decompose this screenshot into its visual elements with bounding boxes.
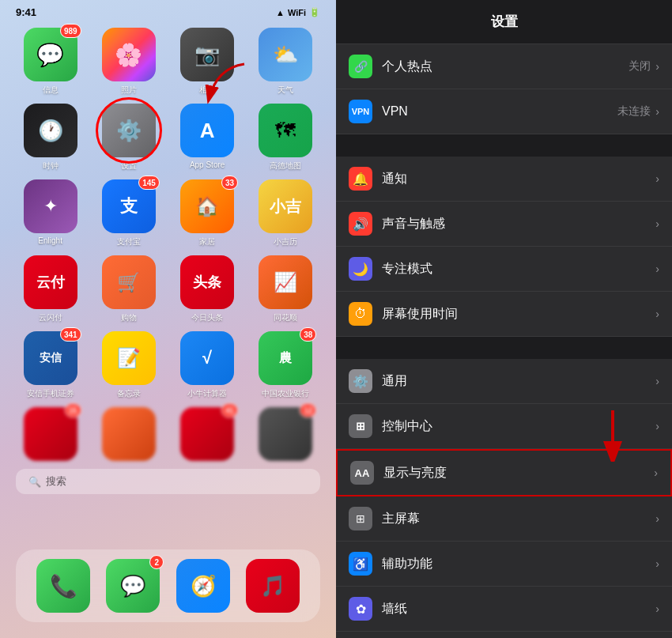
app-label-camera: 相机 xyxy=(199,85,215,96)
app-icon-phone: 📞 xyxy=(36,559,90,613)
app-shop[interactable]: 🛒 购物 xyxy=(94,255,163,323)
focus-label: 专注模式 xyxy=(382,261,655,277)
settings-item-siri[interactable]: 🎙 Siri 与搜索 › xyxy=(336,632,672,638)
wallpaper-chevron: › xyxy=(655,602,659,615)
homescreen-label: 主屏幕 xyxy=(382,511,655,527)
app-settings[interactable]: ⚙️ 设置 xyxy=(94,104,163,172)
status-icons: ▲ WiFi 🔋 xyxy=(276,7,320,17)
controlcenter-chevron: › xyxy=(655,420,659,432)
app-notes[interactable]: 📝 备忘录 xyxy=(94,331,163,399)
settings-item-general[interactable]: ⚙️ 通用 › xyxy=(336,359,672,404)
settings-item-homescreen[interactable]: ⊞ 主屏幕 › xyxy=(336,496,672,542)
app-icon-tonghea: 📈 xyxy=(259,255,312,309)
screentime-icon: ⏱ xyxy=(349,302,372,326)
app-icon-home: 🏠 33 xyxy=(180,179,234,233)
section-gap-1 xyxy=(336,134,672,157)
accessibility-chevron: › xyxy=(655,557,659,570)
app-yunshan[interactable]: 云付 云闪付 xyxy=(16,255,85,323)
settings-item-display[interactable]: AA 显示与亮度 › xyxy=(336,449,672,496)
app-calc[interactable]: √ 小牛计算器 xyxy=(173,331,242,399)
hotspot-icon: 🔗 xyxy=(349,55,372,78)
app-anxin[interactable]: 安信 341 安信手机证券 xyxy=(16,331,85,399)
app-blur4[interactable]: 12 xyxy=(251,407,320,461)
app-icon-safari: 🧭 xyxy=(176,559,230,613)
homescreen-chevron: › xyxy=(655,512,659,525)
app-tonghea[interactable]: 📈 同花顺 xyxy=(251,255,320,323)
app-messages[interactable]: 💬 989 信息 xyxy=(16,28,85,96)
focus-chevron: › xyxy=(655,262,659,275)
badge-wechat: 2 xyxy=(149,555,164,569)
app-blur3[interactable]: 41 xyxy=(173,407,242,461)
dock-music[interactable]: 🎵 xyxy=(241,559,304,613)
app-gaode[interactable]: 🗺 高德地图 xyxy=(251,104,320,172)
sound-icon: 🔊 xyxy=(349,212,372,236)
hotspot-value: 关闭 xyxy=(629,59,651,74)
app-blur2[interactable] xyxy=(94,407,163,461)
app-icon-clock: 🕐 xyxy=(24,104,77,157)
dock-wechat[interactable]: 💬 2 xyxy=(101,559,164,613)
app-appstore[interactable]: A App Store xyxy=(173,104,242,172)
app-label-photos: 照片 xyxy=(121,85,137,96)
general-chevron: › xyxy=(655,375,659,387)
app-enlight[interactable]: ✦ Enlight xyxy=(16,179,85,247)
status-time: 9:41 xyxy=(16,6,36,18)
app-label-anxin: 安信手机证券 xyxy=(27,388,74,399)
app-icon-weather: ⛅ xyxy=(259,28,312,81)
app-label-clock: 时钟 xyxy=(43,160,59,172)
app-label-appstore: App Store xyxy=(190,160,225,169)
badge-messages: 989 xyxy=(60,24,81,38)
app-calendar[interactable]: 小吉 小吉历 xyxy=(251,179,320,247)
app-grid-row2: 🕐 时钟 ⚙️ 设置 A App Store xyxy=(0,97,336,178)
accessibility-label: 辅助功能 xyxy=(382,556,655,572)
app-blur1[interactable]: 15 xyxy=(16,407,85,461)
app-icon-calc: √ xyxy=(180,331,234,385)
app-camera[interactable]: 📷 相机 xyxy=(173,28,242,96)
app-icon-blur2 xyxy=(102,407,156,461)
dock-phone[interactable]: 📞 xyxy=(32,559,95,613)
sound-chevron: › xyxy=(655,217,659,230)
settings-item-controlcenter[interactable]: ⊞ 控制中心 › xyxy=(336,404,672,449)
badge-blur1: 15 xyxy=(65,403,81,417)
app-icon-anxin: 安信 341 xyxy=(24,331,77,385)
vpn-chevron: › xyxy=(655,105,659,118)
app-weather[interactable]: ⛅ 天气 xyxy=(251,28,320,96)
dock-safari[interactable]: 🧭 xyxy=(172,559,235,613)
app-clock[interactable]: 🕐 时钟 xyxy=(16,104,85,172)
app-label-notes: 备忘录 xyxy=(117,388,141,399)
search-bar[interactable]: 🔍 搜索 xyxy=(16,469,320,494)
app-icon-enlight: ✦ xyxy=(24,179,77,233)
app-alipay[interactable]: 支 145 支付宝 xyxy=(94,179,163,247)
settings-item-notify[interactable]: 🔔 通知 › xyxy=(336,157,672,202)
notify-label: 通知 xyxy=(382,171,655,187)
app-icon-photos: 🌸 xyxy=(102,28,156,81)
settings-item-hotspot[interactable]: 🔗 个人热点 关闭 › xyxy=(336,44,672,89)
app-toutiao[interactable]: 头条 今日头条 xyxy=(173,255,242,323)
app-icon-blur1: 15 xyxy=(24,407,77,461)
settings-section-3: ⚙️ 通用 › ⊞ 控制中心 › AA 显示与亮度 › ⊞ 主屏幕 › ♿ 辅助… xyxy=(336,359,672,638)
display-label: 显示与亮度 xyxy=(383,465,654,481)
app-label-yunshan: 云闪付 xyxy=(39,312,62,323)
hotspot-chevron: › xyxy=(655,60,659,73)
settings-item-focus[interactable]: 🌙 专注模式 › xyxy=(336,247,672,292)
status-bar: 9:41 ▲ WiFi 🔋 xyxy=(0,0,336,21)
vpn-icon: VPN xyxy=(349,100,372,123)
app-label-tonghea: 同花顺 xyxy=(274,312,297,323)
app-label-abc: 中国农业银行 xyxy=(262,388,309,399)
settings-item-screentime[interactable]: ⏱ 屏幕使用时间 › xyxy=(336,292,672,337)
settings-item-vpn[interactable]: VPN VPN 未连接 › xyxy=(336,89,672,134)
settings-item-sound[interactable]: 🔊 声音与触感 › xyxy=(336,202,672,247)
notify-icon: 🔔 xyxy=(349,167,372,191)
settings-item-wallpaper[interactable]: ✿ 墙纸 › xyxy=(336,587,672,632)
homescreen-icon: ⊞ xyxy=(349,507,372,530)
settings-item-accessibility[interactable]: ♿ 辅助功能 › xyxy=(336,542,672,587)
badge-abc: 38 xyxy=(300,327,316,342)
settings-section-2: 🔔 通知 › 🔊 声音与触感 › 🌙 专注模式 › ⏱ 屏幕使用时间 › xyxy=(336,157,672,337)
accessibility-icon: ♿ xyxy=(349,552,372,576)
badge-blur3: 41 xyxy=(221,403,238,417)
wallpaper-icon: ✿ xyxy=(349,597,372,621)
app-icon-abc: 農 38 xyxy=(259,331,312,385)
app-label-settings: 设置 xyxy=(121,160,137,172)
app-home[interactable]: 🏠 33 家居 xyxy=(173,179,242,247)
app-abc[interactable]: 農 38 中国农业银行 xyxy=(251,331,320,399)
app-photos[interactable]: 🌸 照片 xyxy=(94,28,163,96)
